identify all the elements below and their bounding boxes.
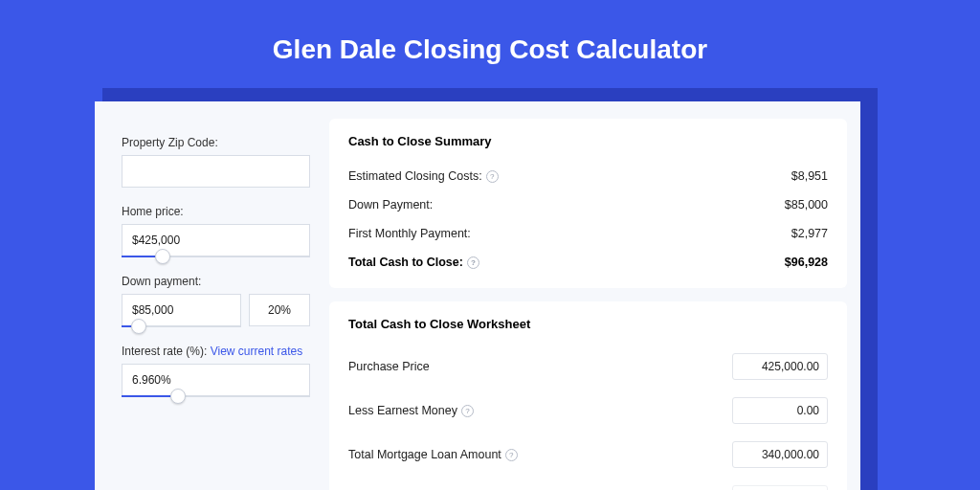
down-payment-field: Down payment: xyxy=(122,275,310,327)
cash-to-close-worksheet: Total Cash to Close Worksheet Purchase P… xyxy=(329,301,847,490)
worksheet-row-mortgage-amount: Total Mortgage Loan Amount ? xyxy=(348,433,828,477)
mortgage-amount-input[interactable] xyxy=(732,441,828,468)
summary-total-value: $96,928 xyxy=(785,256,828,269)
earnest-money-input[interactable] xyxy=(732,397,828,424)
summary-row-down-payment: Down Payment: $85,000 xyxy=(348,190,828,219)
purchase-price-input[interactable] xyxy=(732,353,828,380)
down-payment-label: Down payment: xyxy=(122,275,310,288)
down-payment-pct-input[interactable] xyxy=(249,294,310,326)
help-icon[interactable]: ? xyxy=(467,256,479,269)
zip-field: Property Zip Code: xyxy=(122,136,310,188)
worksheet-row-label: Purchase Price xyxy=(348,360,430,373)
interest-slider-thumb[interactable] xyxy=(170,389,186,404)
page-title: Glen Dale Closing Cost Calculator xyxy=(0,0,980,88)
worksheet-row-purchase-price: Purchase Price xyxy=(348,345,828,389)
interest-field: Interest rate (%): View current rates xyxy=(122,345,310,397)
summary-row-value: $85,000 xyxy=(785,198,828,212)
home-price-field: Home price: xyxy=(122,205,310,257)
home-price-label: Home price: xyxy=(122,205,310,218)
summary-row-label: Down Payment: xyxy=(348,198,433,212)
view-rates-link[interactable]: View current rates xyxy=(211,345,303,358)
summary-row-first-payment: First Monthly Payment: $2,977 xyxy=(348,219,828,248)
zip-label: Property Zip Code: xyxy=(122,136,310,149)
summary-row-value: $8,951 xyxy=(791,169,828,183)
calculator-card: Property Zip Code: Home price: Down paym… xyxy=(95,101,860,490)
worksheet-row-second-mortgage: Total Second Mortgage Amount ? xyxy=(348,477,828,490)
second-mortgage-input[interactable] xyxy=(732,485,828,490)
worksheet-title: Total Cash to Close Worksheet xyxy=(348,317,828,331)
inputs-sidebar: Property Zip Code: Home price: Down paym… xyxy=(95,101,329,490)
summary-row-label: First Monthly Payment: xyxy=(348,227,471,240)
home-price-input[interactable] xyxy=(122,224,310,256)
main-panel: Cash to Close Summary Estimated Closing … xyxy=(329,101,860,490)
down-payment-slider[interactable] xyxy=(122,325,241,327)
cash-to-close-summary: Cash to Close Summary Estimated Closing … xyxy=(329,119,847,288)
summary-row-label: Estimated Closing Costs: xyxy=(348,169,482,183)
card-shadow: Property Zip Code: Home price: Down paym… xyxy=(102,88,878,490)
summary-row-value: $2,977 xyxy=(791,227,828,240)
interest-label-text: Interest rate (%): xyxy=(122,345,211,358)
worksheet-row-label: Total Mortgage Loan Amount xyxy=(348,448,501,461)
worksheet-row-earnest-money: Less Earnest Money ? xyxy=(348,389,828,433)
summary-row-closing-costs: Estimated Closing Costs: ? $8,951 xyxy=(348,162,828,190)
help-icon[interactable]: ? xyxy=(486,170,499,183)
summary-total-label: Total Cash to Close: xyxy=(348,256,463,269)
summary-row-total: Total Cash to Close: ? $96,928 xyxy=(348,248,828,277)
help-icon[interactable]: ? xyxy=(461,405,474,417)
zip-input[interactable] xyxy=(122,155,310,188)
help-icon[interactable]: ? xyxy=(505,449,518,461)
interest-label: Interest rate (%): View current rates xyxy=(122,345,310,358)
summary-title: Cash to Close Summary xyxy=(348,134,828,148)
interest-slider[interactable] xyxy=(122,395,310,397)
worksheet-row-label: Less Earnest Money xyxy=(348,404,457,417)
home-price-slider-thumb[interactable] xyxy=(155,249,170,264)
down-payment-slider-thumb[interactable] xyxy=(131,319,146,334)
home-price-slider[interactable] xyxy=(122,256,310,257)
interest-input[interactable] xyxy=(122,364,310,396)
